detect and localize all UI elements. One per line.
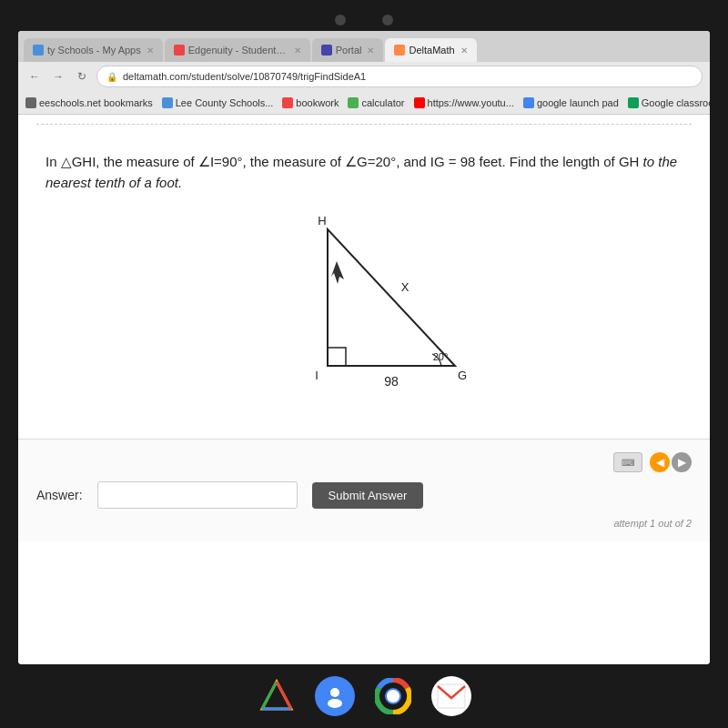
- diagram-container: H I G X 20° 98: [46, 211, 682, 411]
- people-svg-icon: [322, 683, 348, 709]
- taskbar-people-icon[interactable]: [315, 676, 355, 716]
- webcam-area: [329, 9, 399, 31]
- tab-bar: ty Schools - My Apps ✕ Edgenuity - Stude…: [18, 31, 710, 62]
- bookmark-favicon-google-classroom: [628, 97, 639, 108]
- address-bar[interactable]: 🔒 deltamath.com/student/solve/10870749/t…: [96, 66, 703, 87]
- svg-text:H: H: [318, 214, 326, 228]
- browser-screen: ty Schools - My Apps ✕ Edgenuity - Stude…: [18, 31, 710, 664]
- bookmark-eeschools[interactable]: eeschools.net bookmarks: [25, 97, 153, 108]
- bookmark-favicon-google-launchpad: [523, 97, 534, 108]
- tab-favicon-portal: [321, 45, 332, 56]
- tab-close-portal[interactable]: ✕: [367, 46, 374, 56]
- tab-portal[interactable]: Portal ✕: [312, 38, 384, 62]
- tab-favicon-deltamath: [394, 45, 405, 56]
- nav-arrows: ◀ ▶: [650, 452, 692, 472]
- taskbar-drive-icon[interactable]: [257, 676, 297, 716]
- answer-input[interactable]: [97, 481, 298, 509]
- svg-text:98: 98: [384, 374, 399, 389]
- bookmark-youtube[interactable]: https://www.youtu...: [414, 97, 514, 108]
- tab-deltamath[interactable]: DeltaMath ✕: [385, 38, 476, 62]
- tab-close-schools[interactable]: ✕: [147, 46, 154, 56]
- answer-toolbar: ⌨ ◀ ▶: [36, 452, 692, 472]
- tab-label-schools: ty Schools - My Apps: [47, 45, 141, 56]
- problem-statement: In △GHI, the measure of ∠I=90°, the meas…: [46, 154, 639, 169]
- bookmark-bookwork[interactable]: bookwork: [282, 97, 339, 108]
- chrome-svg-icon: [375, 678, 411, 714]
- address-bar-row: ← → ↻ 🔒 deltamath.com/student/solve/1087…: [18, 62, 710, 91]
- bookmark-label-bookwork: bookwork: [296, 97, 339, 108]
- taskbar-chrome-icon[interactable]: [373, 676, 413, 716]
- keyboard-icon[interactable]: ⌨: [613, 452, 642, 472]
- webcam-dot: [335, 15, 346, 25]
- drive-svg-icon: [258, 678, 295, 714]
- bookmark-lee[interactable]: Lee County Schools...: [162, 97, 274, 108]
- answer-section: ⌨ ◀ ▶ Answer: Submit Answer attempt 1 ou…: [18, 439, 710, 541]
- svg-line-12: [277, 682, 291, 709]
- laptop-bezel: ty Schools - My Apps ✕ Edgenuity - Stude…: [0, 0, 728, 728]
- next-arrow-button[interactable]: ▶: [672, 452, 692, 472]
- bookmark-label-google-classroom: Google classroo...: [642, 97, 710, 108]
- svg-rect-18: [438, 684, 465, 708]
- svg-text:I: I: [315, 369, 318, 382]
- bookmark-favicon-bookwork: [282, 97, 293, 108]
- svg-marker-8: [331, 261, 344, 284]
- svg-line-10: [262, 682, 277, 709]
- bookmark-calculator[interactable]: calculator: [348, 97, 404, 108]
- svg-point-17: [387, 690, 399, 703]
- dotted-separator: [36, 124, 692, 125]
- webcam-dot-2: [382, 15, 393, 25]
- bookmark-label-lee: Lee County Schools...: [176, 97, 274, 108]
- problem-text: In △GHI, the measure of ∠I=90°, the meas…: [46, 152, 682, 193]
- page-content: In △GHI, the measure of ∠I=90°, the meas…: [18, 115, 710, 664]
- svg-text:G: G: [458, 369, 467, 382]
- address-text: deltamath.com/student/solve/10870749/tri…: [123, 71, 366, 82]
- tab-close-edgenuity[interactable]: ✕: [294, 46, 301, 56]
- taskbar-gmail-icon[interactable]: [431, 676, 471, 716]
- svg-text:20°: 20°: [433, 351, 449, 362]
- lock-icon: 🔒: [106, 72, 117, 82]
- bookmark-favicon-calculator: [348, 97, 359, 108]
- svg-point-13: [330, 688, 339, 697]
- tab-label-deltamath: DeltaMath: [409, 45, 454, 56]
- svg-text:X: X: [401, 280, 410, 294]
- tab-edgenuity[interactable]: Edgenuity - Student Learning Ex ✕: [165, 38, 310, 62]
- bookmark-label-youtube: https://www.youtu...: [428, 97, 514, 108]
- submit-answer-button[interactable]: Submit Answer: [312, 482, 424, 509]
- svg-marker-0: [328, 229, 455, 366]
- answer-row: Answer: Submit Answer: [36, 481, 692, 509]
- prev-arrow-button[interactable]: ◀: [650, 452, 670, 472]
- tab-close-deltamath[interactable]: ✕: [460, 46, 468, 56]
- back-button[interactable]: ←: [25, 67, 44, 86]
- browser-chrome: ty Schools - My Apps ✕ Edgenuity - Stude…: [18, 31, 710, 115]
- svg-point-14: [328, 699, 342, 708]
- tab-favicon-edgenuity: [174, 45, 185, 56]
- attempt-text: attempt 1 out of 2: [36, 518, 692, 529]
- bookmark-google-classroom[interactable]: Google classroo...: [628, 97, 710, 108]
- svg-marker-9: [262, 682, 291, 709]
- svg-rect-1: [328, 348, 346, 366]
- bookmark-favicon-lee: [162, 97, 173, 108]
- tab-label-portal: Portal: [336, 45, 362, 56]
- bookmark-label-google-launchpad: google launch pad: [537, 97, 619, 108]
- bookmark-google-launchpad[interactable]: google launch pad: [523, 97, 619, 108]
- bookmark-favicon-youtube: [414, 97, 425, 108]
- triangle-diagram: H I G X 20° 98: [237, 211, 491, 411]
- tab-favicon-schools: [33, 45, 44, 56]
- gmail-svg-icon: [437, 683, 466, 709]
- reload-button[interactable]: ↻: [73, 67, 91, 86]
- tab-label-edgenuity: Edgenuity - Student Learning Ex: [188, 45, 288, 56]
- bookmark-label-eeschools: eeschools.net bookmarks: [39, 97, 153, 108]
- tab-schools[interactable]: ty Schools - My Apps ✕: [24, 38, 163, 62]
- problem-area: In △GHI, the measure of ∠I=90°, the meas…: [18, 134, 710, 439]
- answer-label: Answer:: [36, 488, 83, 502]
- taskbar: [0, 664, 728, 728]
- bookmark-favicon-eeschools: [25, 97, 36, 108]
- bookmarks-bar: eeschools.net bookmarks Lee County Schoo…: [18, 91, 710, 115]
- forward-button[interactable]: →: [49, 67, 67, 86]
- bookmark-label-calculator: calculator: [361, 97, 404, 108]
